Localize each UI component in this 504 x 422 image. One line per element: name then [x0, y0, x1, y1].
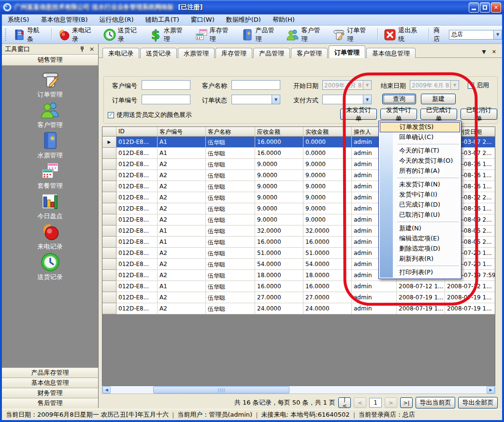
horizontal-scrollbar[interactable]: ◀ ▶ [102, 386, 495, 394]
tab-6[interactable]: 订单管理 [329, 45, 365, 58]
row-selector[interactable] [102, 292, 116, 303]
row-selector[interactable]: ▶ [102, 137, 116, 148]
context-menu-item-15[interactable]: 刷新列表(R) [380, 254, 460, 264]
table-row[interactable]: 012D-E8...A1伍华聪16.000016.0000admin2008-0… [102, 281, 495, 292]
toolbar-button-4[interactable]: 库存管理 [192, 25, 238, 45]
toolbar-button-6[interactable]: 客户管理 [283, 25, 329, 45]
sidebar-section-1[interactable]: 基本信息管理 [2, 378, 98, 388]
toolbar-button-7[interactable]: 订单管理 [329, 25, 375, 45]
row-selector[interactable] [102, 248, 116, 259]
row-selector[interactable] [102, 259, 116, 270]
export-current-page-button[interactable]: 导出当前页 [416, 397, 455, 408]
tab-3[interactable]: 库存管理 [216, 48, 252, 58]
sidebar-item-2[interactable]: 水票管理 [2, 130, 98, 161]
context-menu-item-12[interactable]: 新建(N) [380, 224, 460, 234]
tab-5[interactable]: 客户管理 [291, 48, 328, 58]
menubar-item-5[interactable]: 数据维护(D) [220, 14, 267, 26]
pin-icon[interactable] [79, 46, 86, 53]
column-header-4[interactable]: 实收金额 [303, 127, 352, 137]
sidebar-item-0[interactable]: 订单管理 [2, 70, 98, 100]
sidebar-section-3[interactable]: 售后管理 [2, 398, 98, 408]
tab-0[interactable]: 来电记录 [102, 48, 139, 58]
next-page-button[interactable]: > [385, 397, 397, 408]
start-date-picker[interactable]: 2009年 6月 8日 ▼ [322, 80, 372, 90]
context-menu-item-14[interactable]: 删除选定项(D) [380, 244, 460, 254]
row-selector[interactable] [102, 237, 116, 248]
menubar-item-2[interactable]: 运行信息(R) [93, 14, 139, 26]
context-menu-item-7[interactable]: 未发货订单(N) [380, 180, 460, 190]
sidebar-item-5[interactable]: 来电记录 [2, 222, 98, 252]
menubar-item-4[interactable]: 窗口(W) [185, 14, 220, 26]
export-all-pages-button[interactable]: 导出全部页 [458, 397, 498, 408]
scroll-right-icon[interactable]: ▶ [487, 386, 495, 394]
row-selector[interactable] [102, 203, 116, 214]
toolbar-button-8[interactable]: 退出系统 [380, 25, 426, 45]
query-button[interactable]: 查询 [382, 94, 416, 104]
row-selector[interactable] [102, 225, 116, 237]
row-selector[interactable] [102, 148, 116, 159]
context-menu-item-9[interactable]: 已完成订单(D) [380, 200, 460, 210]
toolbar-button-0[interactable]: 导航条 [9, 25, 49, 45]
menubar-item-6[interactable]: 帮助(H) [267, 14, 301, 26]
row-selector[interactable] [102, 214, 116, 225]
page-number-input[interactable]: 1 [369, 398, 382, 408]
tab-close-icon[interactable]: ✕ [492, 49, 496, 55]
context-menu-item-17[interactable]: 打印列表(P) [380, 267, 460, 278]
prev-page-button[interactable]: < [354, 397, 366, 408]
row-selector[interactable] [102, 192, 116, 203]
context-menu-item-5[interactable]: 所有的订单(A) [380, 166, 460, 176]
close-sidebar-icon[interactable]: ✕ [88, 46, 95, 53]
tab-7[interactable]: 基本信息管理 [366, 48, 416, 58]
context-menu-item-3[interactable]: 今天的订单(T) [380, 146, 460, 156]
sidebar-section-0[interactable]: 产品库存管理 [2, 367, 98, 378]
close-button[interactable]: ✕ [491, 2, 501, 13]
context-menu-item-13[interactable]: 编辑选定项(E) [380, 234, 460, 244]
row-selector[interactable] [102, 159, 116, 170]
column-header-1[interactable]: 客户编号 [158, 127, 206, 137]
maximize-button[interactable] [480, 2, 490, 13]
end-date-picker[interactable]: 2009年 6月 8日 ▼ [410, 80, 459, 90]
order-status-filter-button-3[interactable]: 已取消订单 [461, 109, 497, 120]
scroll-left-icon[interactable]: ◀ [102, 386, 111, 394]
row-selector[interactable] [102, 270, 116, 281]
toolbar-button-3[interactable]: $水票管理 [146, 25, 192, 45]
menubar-item-3[interactable]: 辅助工具(T) [140, 14, 185, 26]
sidebar-item-1[interactable]: 客户管理 [2, 100, 98, 130]
order-status-filter-button-2[interactable]: 已完成订单 [420, 109, 457, 120]
context-menu-item-10[interactable]: 已取消订单(U) [380, 210, 460, 220]
sidebar-item-3[interactable]: 套餐管理 [2, 161, 98, 191]
shop-select[interactable]: 总店 ▼ [449, 30, 502, 40]
context-menu-item-0[interactable]: 订单发货(S) [380, 122, 460, 132]
tab-1[interactable]: 送货记录 [140, 48, 177, 58]
table-row[interactable]: 012D-E8...A2伍华聪27.000027.0000admin2008-0… [102, 292, 495, 303]
sidebar-item-4[interactable]: 今日盘点 [2, 191, 98, 222]
column-header-3[interactable]: 应收金额 [255, 127, 303, 137]
row-selector[interactable] [102, 303, 116, 314]
new-button[interactable]: 新建 [421, 94, 456, 104]
chevron-down-icon[interactable]: ▼ [272, 95, 280, 104]
customer-no-input[interactable] [142, 80, 190, 90]
first-page-button[interactable]: |< [338, 397, 351, 408]
sidebar-item-6[interactable]: 送货记录 [2, 252, 98, 282]
minimize-button[interactable] [469, 2, 479, 13]
toolbar-grip[interactable] [4, 28, 7, 41]
order-status-select[interactable]: ▼ [231, 95, 280, 104]
toolbar-button-2[interactable]: 送货记录 [100, 25, 146, 45]
tab-2[interactable]: 水票管理 [178, 48, 215, 58]
toolbar-button-5[interactable]: 产品管理 [238, 25, 284, 45]
chevron-down-icon[interactable]: ▼ [493, 30, 502, 39]
pay-method-select[interactable]: ▼ [322, 95, 372, 104]
row-selector[interactable] [102, 181, 116, 192]
order-status-filter-button-1[interactable]: 发货中订单 [380, 109, 417, 120]
deliveryman-color-checkbox[interactable]: ✓ [108, 112, 114, 118]
order-status-filter-button-0[interactable]: 未发货订单 [340, 109, 377, 120]
last-page-button[interactable]: >| [400, 397, 413, 408]
chevron-down-icon[interactable]: ▼ [363, 95, 371, 104]
context-menu-item-1[interactable]: 回单确认(C) [380, 132, 460, 142]
context-menu-item-4[interactable]: 今天的发货订单(O) [380, 156, 460, 166]
table-row[interactable]: 012D-E8...A2伍华聪24.000024.0000admin2008-0… [102, 303, 495, 314]
scrollbar-thumb[interactable] [153, 386, 289, 394]
enable-date-checkbox[interactable] [468, 83, 474, 89]
column-header-0[interactable]: ID [116, 127, 158, 137]
customer-name-input[interactable] [231, 80, 280, 90]
